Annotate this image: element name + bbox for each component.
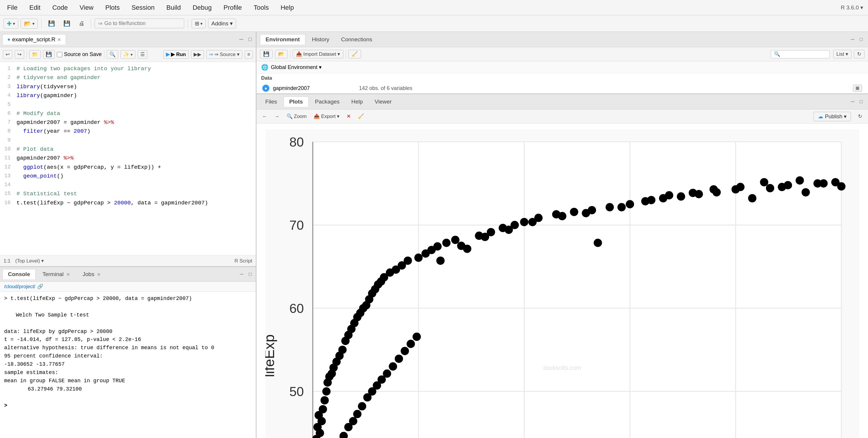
plots-tab-packages[interactable]: Packages — [310, 97, 345, 107]
addins-button[interactable]: Addins ▾ — [208, 19, 236, 28]
menu-edit[interactable]: Edit — [27, 3, 43, 13]
main-toolbar: ✚ ▾ 📂 ▾ 💾 💾 🖨 ⇒ ⊞ ▾ Addins ▾ — [0, 15, 868, 32]
r-file-icon: ● — [7, 36, 10, 42]
console-minimize-button[interactable]: ─ — [238, 271, 245, 278]
editor-tab-script[interactable]: ● example_script.R ✕ — [2, 34, 66, 45]
console-output[interactable]: > t.test(lifeExp ~ gdpPercap > 20000, da… — [0, 292, 256, 438]
doc-outline-button[interactable]: ☰ — [137, 50, 147, 59]
code-line-3: 3 library(tidyverse) — [0, 82, 256, 91]
globe-icon: 🌐 — [261, 64, 269, 71]
code-area[interactable]: 1 # Loading two packages into your libra… — [0, 62, 256, 255]
console-maximize-button[interactable]: □ — [247, 271, 253, 278]
toolbar-sep-1 — [41, 19, 41, 28]
open-file-button[interactable]: 📂 ▾ — [21, 19, 38, 29]
global-env-selector[interactable]: 🌐 Global Environment ▾ — [256, 61, 868, 74]
next-plot-button[interactable]: → — [272, 113, 282, 120]
plots-tab-files[interactable]: Files — [260, 97, 282, 107]
menu-tools[interactable]: Tools — [251, 3, 271, 13]
menu-session[interactable]: Session — [129, 3, 157, 13]
console-tabs: Console Terminal ✕ Jobs ✕ ─ □ — [0, 267, 256, 282]
source-arrow-icon: ⇒ — [209, 51, 213, 58]
env-tab-environment[interactable]: Environment — [260, 34, 305, 45]
console-prompt-line: > — [4, 402, 252, 410]
save-all-button[interactable]: 💾 — [60, 19, 73, 28]
editor-maximize-button[interactable]: □ — [247, 36, 253, 43]
env-search-input[interactable] — [771, 50, 830, 58]
svg-point-71 — [520, 218, 528, 226]
jobs-close-icon[interactable]: ✕ — [97, 272, 101, 277]
editor-minimize-button[interactable]: ─ — [238, 36, 245, 43]
menu-build[interactable]: Build — [164, 3, 183, 13]
svg-point-112 — [413, 333, 421, 341]
console-tab-console[interactable]: Console — [2, 269, 36, 279]
refresh-env-button[interactable]: ↻ — [854, 50, 865, 58]
svg-point-30 — [316, 429, 324, 437]
grid-button[interactable]: ⊞ ▾ — [192, 19, 206, 28]
prev-plot-button[interactable]: ← — [260, 113, 270, 120]
re-run-icon: ▶▶ — [194, 51, 201, 58]
console-line-alt: alternative hypothesis: true difference … — [4, 344, 252, 352]
refresh-plot-button[interactable]: ↻ — [856, 112, 865, 120]
r-version-label: R 3.6.0 ▾ — [841, 4, 863, 11]
menu-file[interactable]: File — [5, 3, 20, 13]
env-minimize-button[interactable]: ─ — [849, 36, 856, 43]
menu-code[interactable]: Code — [50, 3, 70, 13]
svg-point-41 — [338, 346, 347, 354]
source-button[interactable]: ⇒ ⇒ Source ▾ — [206, 50, 242, 59]
terminal-close-icon[interactable]: ✕ — [66, 272, 70, 277]
source-save-button[interactable]: 💾 — [43, 50, 55, 59]
goto-file-button[interactable]: ⇒ — [95, 19, 184, 28]
goto-arrow-icon: ⇒ — [98, 20, 102, 27]
console-line-t: t = -14.014, df = 127.85, p-value < 2.2e… — [4, 335, 252, 344]
source-on-save-checkbox[interactable] — [57, 52, 62, 57]
plots-tab-plots[interactable]: Plots — [283, 96, 308, 107]
code-tools-button[interactable]: ✨ ▾ — [121, 50, 135, 59]
menu-help[interactable]: Help — [278, 3, 296, 13]
publish-button[interactable]: ☁ Publish ▾ — [813, 112, 851, 121]
search-button[interactable]: 🔍 — [107, 50, 118, 59]
export-button[interactable]: 📤 Export ▾ — [311, 112, 342, 120]
plots-tab-help[interactable]: Help — [346, 97, 368, 107]
save-env-button[interactable]: 💾 — [260, 50, 273, 58]
show-in-files-button[interactable]: 📁 — [29, 50, 41, 59]
menu-plots[interactable]: Plots — [103, 3, 122, 13]
plots-maximize-button[interactable]: □ — [858, 98, 865, 105]
env-tab-connections[interactable]: Connections — [336, 34, 377, 45]
save-button[interactable]: 💾 — [45, 19, 58, 28]
plots-tab-viewer[interactable]: Viewer — [369, 97, 397, 107]
run-button[interactable]: ▶ ▶ Run — [163, 50, 189, 59]
import-dataset-button[interactable]: 📥 Import Dataset ▾ — [293, 50, 343, 58]
menu-profile[interactable]: Profile — [221, 3, 244, 13]
delete-plot-button[interactable]: ✕ — [344, 112, 353, 120]
svg-text:lifeExp: lifeExp — [265, 334, 277, 377]
menu-view[interactable]: View — [77, 3, 96, 13]
more-options-button[interactable]: ≡ — [245, 51, 253, 59]
svg-text:70: 70 — [289, 218, 304, 232]
env-tab-history[interactable]: History — [307, 34, 335, 45]
zoom-button[interactable]: 🔍 Zoom — [284, 112, 309, 120]
svg-point-100 — [349, 417, 357, 425]
tab-close-icon[interactable]: ✕ — [57, 37, 61, 42]
env-tab-label: Environment — [266, 36, 300, 42]
plots-minimize-button[interactable]: ─ — [849, 98, 856, 105]
broom-icon: 🧹 — [352, 51, 358, 57]
goto-input[interactable] — [104, 20, 181, 27]
console-tab-terminal[interactable]: Terminal ✕ — [37, 269, 76, 280]
scatter-plot: 0 10000 20000 30000 40000 50000 40 50 60… — [265, 129, 859, 438]
broom-button[interactable]: 🧹 — [348, 50, 361, 58]
data-grid-button[interactable]: ⊞ — [853, 85, 862, 92]
new-file-button[interactable]: ✚ ▾ — [3, 19, 18, 29]
undo-button[interactable]: ↩ — [3, 50, 12, 59]
script-type-label: R Script — [235, 258, 252, 264]
redo-button[interactable]: ↪ — [15, 50, 24, 59]
env-maximize-button[interactable]: □ — [858, 36, 865, 43]
list-view-button[interactable]: List ▾ — [833, 50, 851, 58]
print-button[interactable]: 🖨 — [76, 19, 87, 28]
broom-plot-button[interactable]: 🧹 — [355, 112, 366, 120]
menu-debug[interactable]: Debug — [190, 3, 214, 13]
console-tab-jobs[interactable]: Jobs ✕ — [77, 269, 106, 280]
re-run-button[interactable]: ▶▶ — [191, 50, 204, 59]
env-data-row[interactable]: ● gapminder2007 142 obs. of 6 variables … — [256, 83, 868, 93]
load-env-button[interactable]: 📂 — [275, 50, 288, 58]
new-dropdown-icon: ▾ — [13, 21, 15, 26]
